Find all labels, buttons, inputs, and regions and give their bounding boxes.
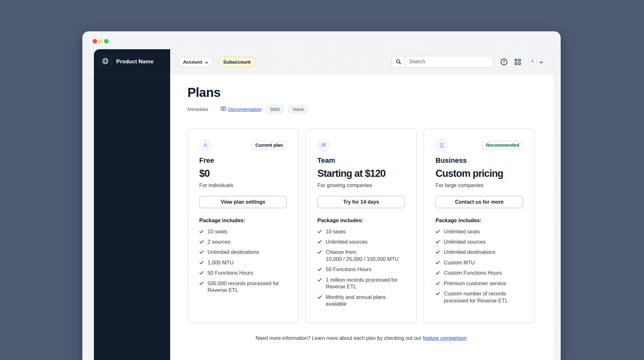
check-icon — [317, 239, 322, 244]
current-plan-badge: Current plan — [252, 141, 287, 149]
chevron-down-icon — [205, 59, 208, 65]
zoom-window-button[interactable] — [104, 39, 109, 43]
plan-cards: Current plan Free $0 For individuals Vie… — [187, 129, 535, 323]
check-icon — [436, 281, 440, 286]
recommended-badge: Recommended — [482, 141, 523, 149]
feature-item: 2 sources — [199, 237, 287, 247]
feature-text: 1,000 MTU — [208, 259, 234, 266]
feature-item: Custom Functions Hours — [436, 268, 523, 278]
feature-comparison-link[interactable]: feature comparison — [423, 335, 466, 341]
help-button[interactable]: ? — [501, 59, 507, 65]
feature-item: Custom MTU — [436, 257, 523, 268]
plan-card-header: Current plan — [199, 139, 287, 151]
feature-text: Custom MTU — [444, 259, 475, 266]
sidebar: Product Name — [94, 49, 170, 360]
metadata-label: Metadata — [187, 106, 208, 112]
book-icon — [220, 106, 226, 113]
tag-voice: Voice — [288, 105, 308, 113]
page-title: Plans — [187, 85, 553, 99]
check-icon — [317, 229, 322, 234]
package-includes-label: Package includes: — [436, 217, 523, 223]
feature-item: 10 seats — [317, 226, 405, 237]
feature-item: Unlimited sources — [436, 237, 523, 247]
plan-card-free: Current plan Free $0 For individuals Vie… — [187, 129, 299, 323]
check-icon — [317, 250, 322, 254]
feature-item: 1,000 MTU — [199, 257, 287, 268]
account-dropdown[interactable]: Account — [178, 57, 213, 67]
search-box — [392, 56, 493, 67]
feature-text: 500,000 records processed for Reverse ET… — [208, 280, 287, 294]
minimize-window-button[interactable] — [98, 39, 103, 43]
feature-text: Unlimited seats — [444, 228, 480, 235]
topbar: Account Subaccount — [170, 49, 553, 74]
check-icon — [199, 229, 204, 234]
product-logo-button[interactable] — [99, 56, 111, 68]
check-icon — [436, 291, 440, 296]
chevron-down-icon — [540, 59, 543, 64]
user-icon — [199, 139, 211, 151]
view-plan-settings-button[interactable]: View plan settings — [199, 196, 287, 208]
footer-text: Need more information? Learn more about … — [256, 335, 423, 341]
check-icon — [199, 281, 204, 286]
feature-text: 50 Functions Hours — [326, 266, 371, 273]
plan-card-business: Recommended Business Custom pricing For … — [424, 129, 535, 323]
plan-price: $0 — [199, 168, 287, 179]
search-input[interactable] — [405, 56, 493, 67]
page-content: Plans Metadata — [170, 74, 553, 360]
plan-card-header: Recommended — [436, 139, 523, 151]
close-window-button[interactable] — [93, 39, 97, 43]
feature-item: Unlimited seats — [436, 226, 523, 237]
feature-list: 10 seats2 sourcesUnlimited destinations1… — [199, 226, 287, 295]
feature-item: Unlimited sources — [317, 237, 405, 247]
check-icon — [199, 270, 204, 275]
plan-price: Custom pricing — [436, 168, 523, 179]
tag-sms: SMS — [265, 105, 284, 113]
feature-list: 10 seatsUnlimited sourcesChoose from: 10… — [317, 226, 405, 309]
feature-item: Premium customer service — [436, 278, 523, 288]
feature-item: 50 Functions Hours — [317, 264, 405, 275]
user-avatar-icon — [530, 59, 535, 65]
feature-item: 1 million records processed for Reverse … — [317, 275, 405, 292]
plan-audience: For large companies — [436, 182, 523, 188]
app-shell: Product Name Account Subaccount — [94, 49, 553, 360]
main-column: Account Subaccount — [170, 49, 553, 360]
plan-name: Team — [317, 156, 405, 165]
feature-text: Custom number of records processed for R… — [444, 290, 523, 304]
feature-item: Unlimited destinations — [436, 247, 523, 257]
check-icon — [436, 250, 440, 254]
check-icon — [436, 270, 440, 275]
check-icon — [317, 278, 322, 282]
check-icon — [199, 239, 204, 244]
try-for-14-days-button[interactable]: Try for 14 days — [317, 196, 405, 208]
check-icon — [436, 229, 440, 234]
user-menu[interactable] — [528, 58, 543, 66]
subaccount-badge[interactable]: Subaccount — [218, 57, 255, 67]
check-icon — [317, 295, 322, 299]
plan-audience: For growing companies — [317, 182, 405, 188]
feature-text: Custom Functions Hours — [444, 270, 502, 276]
feature-text: Unlimited sources — [444, 239, 486, 245]
documentation-link[interactable]: Documentation — [220, 106, 261, 113]
meta-row: Metadata Documentat — [187, 105, 553, 114]
building-icon — [436, 139, 448, 151]
feature-item: 10 seats — [199, 226, 287, 237]
apps-grid-icon — [515, 59, 521, 65]
check-icon — [436, 260, 440, 265]
feature-item: Monthly and annual plans available — [317, 292, 405, 309]
feature-text: 1 million records processed for Reverse … — [326, 277, 405, 290]
plan-price: Starting at $120 — [317, 168, 405, 179]
feature-item: Choose from: 10,000 / 25,000 / 100,000 M… — [317, 247, 405, 264]
app-window: Product Name Account Subaccount — [82, 31, 561, 360]
apps-button[interactable] — [515, 59, 521, 65]
plan-card-header — [317, 139, 405, 151]
feature-text: 2 sources — [208, 239, 231, 245]
feature-text: Monthly and annual plans available — [326, 294, 405, 308]
package-includes-label: Package includes: — [317, 217, 405, 223]
help-icon: ? — [501, 59, 507, 65]
account-dropdown-label: Account — [183, 59, 202, 65]
sidebar-header: Product Name — [94, 49, 170, 74]
window-controls — [93, 39, 109, 43]
feature-text: 10 seats — [208, 228, 227, 235]
contact-us-button[interactable]: Contact us for more — [436, 196, 523, 208]
feature-text: Premium customer service — [444, 280, 506, 287]
